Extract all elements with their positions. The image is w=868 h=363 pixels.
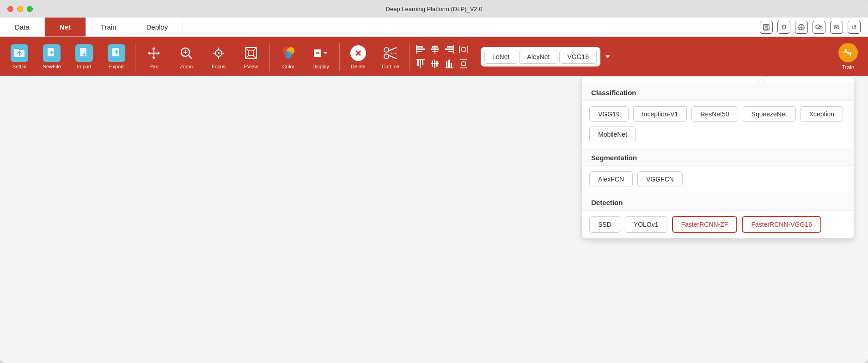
- display-icon: [312, 44, 330, 62]
- ssd-button[interactable]: SSD: [589, 216, 620, 233]
- vgg19-button[interactable]: VGG19: [589, 106, 629, 122]
- svg-rect-1: [764, 24, 768, 27]
- svg-rect-49: [445, 48, 453, 50]
- alexfcn-button[interactable]: AlexFCN: [589, 171, 633, 187]
- detection-header: Detection: [582, 193, 854, 211]
- train-label: Train: [842, 64, 855, 71]
- cutline-label: CutLine: [382, 64, 399, 69]
- align-right-btn[interactable]: [443, 43, 456, 56]
- align-group: [412, 41, 472, 72]
- segmentation-header: Segmentation: [582, 148, 854, 166]
- tab-train[interactable]: Train: [86, 18, 132, 36]
- minimize-button[interactable]: [17, 6, 23, 12]
- fview-icon: [242, 44, 260, 62]
- focus-label: Focus: [212, 64, 226, 69]
- export-label: Export: [109, 64, 124, 69]
- tab-net[interactable]: Net: [45, 18, 86, 36]
- svg-rect-42: [416, 51, 422, 52]
- svg-rect-2: [765, 28, 768, 30]
- focus-icon: [210, 44, 227, 62]
- compass-icon[interactable]: [795, 21, 808, 34]
- svg-rect-55: [417, 60, 419, 66]
- titlebar: Deep Learning Platform (DLP)_V2.0: [0, 0, 868, 18]
- classification-header: Classification: [582, 83, 854, 101]
- setdir-label: SetDir: [12, 64, 27, 69]
- svg-rect-41: [416, 48, 425, 50]
- svg-rect-40: [416, 46, 423, 48]
- fasterrcnn-vgg16-button[interactable]: FasterRCNN-VGG16: [742, 216, 821, 233]
- window-title: Deep Learning Platform (DLP)_V2.0: [386, 6, 483, 12]
- pan-button[interactable]: Pan: [138, 39, 170, 74]
- import-label: Import: [77, 64, 91, 69]
- resnet50-button[interactable]: ResNet50: [691, 106, 738, 122]
- net-dropdown-arrow[interactable]: [603, 52, 612, 61]
- zoom-button[interactable]: Zoom: [171, 39, 202, 74]
- segmentation-models: AlexFCN VGGFCN: [582, 166, 854, 193]
- newfile-button[interactable]: NewFile: [36, 39, 67, 74]
- align-bottom-btn[interactable]: [443, 57, 456, 70]
- pan-icon: [145, 44, 163, 62]
- separator-2: [269, 43, 270, 71]
- close-button[interactable]: [7, 6, 13, 12]
- squeezenet-button[interactable]: SqueezeNet: [743, 106, 796, 122]
- cutline-icon: [382, 44, 399, 62]
- lenet-button[interactable]: LeNet: [484, 50, 517, 64]
- tab-data[interactable]: Data: [0, 18, 45, 36]
- wechat-icon[interactable]: [813, 21, 825, 34]
- xception-button[interactable]: Xception: [801, 106, 843, 122]
- svg-rect-48: [447, 46, 453, 48]
- newfile-label: NewFile: [43, 64, 61, 69]
- yolov1-button[interactable]: YOLOv1: [625, 216, 667, 233]
- mail-icon[interactable]: ✉: [830, 21, 843, 34]
- svg-point-20: [218, 52, 220, 54]
- train-button[interactable]: Train: [832, 39, 864, 74]
- classification-models: VGG19 Inception-V1 ResNet50 SqueezeNet X…: [582, 101, 854, 148]
- delete-button[interactable]: Delete: [342, 39, 374, 74]
- delete-label: Delete: [351, 64, 366, 69]
- display-label: Display: [312, 64, 329, 69]
- import-button[interactable]: Import: [68, 39, 100, 74]
- import-icon: [75, 44, 93, 62]
- distribute-h-btn[interactable]: [457, 43, 470, 56]
- color-button[interactable]: Color: [273, 39, 304, 74]
- maximize-button[interactable]: [27, 6, 33, 12]
- cutline-button[interactable]: CutLine: [375, 39, 406, 74]
- align-center-v-btn[interactable]: [428, 43, 441, 56]
- color-icon: [280, 44, 297, 62]
- align-left-btn[interactable]: [414, 43, 427, 56]
- mobilenet-button[interactable]: MobileNet: [589, 127, 636, 142]
- save-icon[interactable]: [760, 21, 773, 34]
- gear-icon[interactable]: ⚙: [777, 21, 790, 34]
- titlebar-actions: ⚙ ✉ ↺: [760, 18, 868, 36]
- svg-rect-26: [249, 51, 253, 55]
- model-dropdown-panel: Classification VGG19 Inception-V1 ResNet…: [581, 76, 854, 239]
- main-content: Classification VGG19 Inception-V1 ResNet…: [0, 76, 868, 363]
- svg-line-38: [389, 55, 397, 59]
- setdir-button[interactable]: SetDir: [4, 39, 35, 74]
- vggfcn-button[interactable]: VGGFCN: [637, 171, 683, 187]
- align-center-h-btn[interactable]: [428, 57, 441, 70]
- fasterrcnn-zf-button[interactable]: FasterRCNN-ZF: [672, 216, 738, 233]
- distribute-v-btn[interactable]: [457, 57, 470, 70]
- inception-v1-button[interactable]: Inception-V1: [633, 106, 687, 122]
- refresh-icon[interactable]: ↺: [848, 21, 861, 34]
- focus-button[interactable]: Focus: [203, 39, 234, 74]
- svg-rect-69: [462, 62, 465, 66]
- svg-point-29: [285, 51, 292, 59]
- export-icon: [108, 44, 125, 62]
- app-window: Deep Learning Platform (DLP)_V2.0 Data N…: [0, 0, 868, 363]
- vgg16-button[interactable]: VGG16: [559, 50, 597, 64]
- alexnet-button[interactable]: AlexNet: [519, 50, 557, 64]
- tab-deploy[interactable]: Deploy: [131, 18, 183, 36]
- separator-3: [339, 43, 340, 71]
- svg-rect-62: [436, 61, 438, 67]
- align-top-btn[interactable]: [414, 57, 427, 70]
- train-icon: [838, 43, 858, 62]
- svg-marker-72: [757, 79, 765, 83]
- svg-rect-47: [432, 51, 438, 52]
- fview-button[interactable]: FView: [235, 39, 267, 74]
- export-button[interactable]: Export: [101, 39, 132, 74]
- svg-rect-60: [432, 60, 433, 67]
- display-button[interactable]: Display: [305, 39, 336, 74]
- svg-rect-46: [431, 48, 439, 50]
